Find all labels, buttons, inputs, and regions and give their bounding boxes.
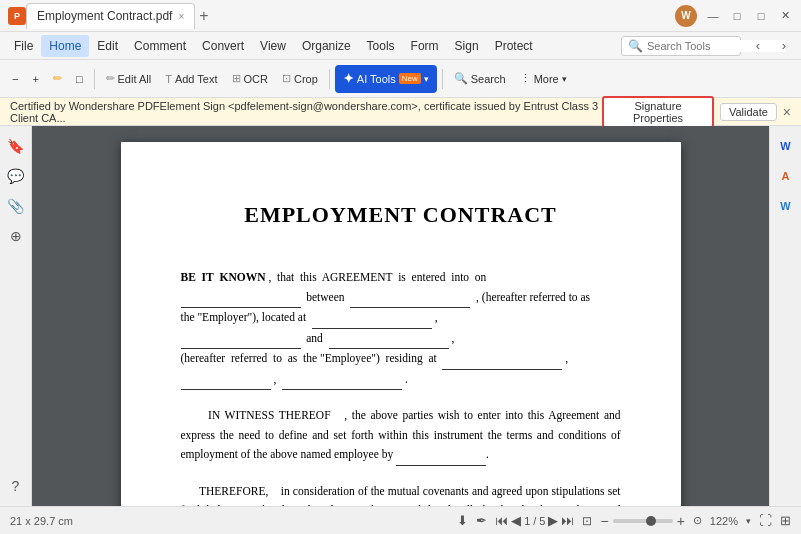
crop-button[interactable]: ⊡ Crop bbox=[276, 65, 324, 93]
pdf-paragraph-3: THEREFORE, in consideration of the mutua… bbox=[181, 482, 621, 506]
sign-icon: ✒ bbox=[476, 513, 487, 528]
blank-residence bbox=[442, 349, 562, 370]
status-bar: 21 x 29.7 cm ⬇ ✒ ⏮ ◀ 1 / 5 ▶ ⏭ ⊡ − + ⊙ 1… bbox=[0, 506, 801, 534]
menu-comment[interactable]: Comment bbox=[126, 35, 194, 57]
download-icon: ⬇ bbox=[457, 513, 468, 528]
zoom-dropdown[interactable]: ▾ bbox=[746, 516, 751, 526]
shapes-button[interactable]: □ bbox=[70, 65, 89, 93]
edit-all-button[interactable]: ✏ Edit All bbox=[100, 65, 158, 93]
document-tab[interactable]: Employment Contract.pdf × bbox=[26, 3, 195, 29]
menu-home[interactable]: Home bbox=[41, 35, 89, 57]
blank-date bbox=[181, 288, 301, 309]
sidebar-help-icon[interactable]: ? bbox=[4, 474, 28, 498]
maximize-button[interactable]: □ bbox=[753, 8, 769, 24]
search-label: Search bbox=[471, 73, 506, 85]
search-button[interactable]: 🔍 Search bbox=[448, 65, 512, 93]
search-toolbar-icon: 🔍 bbox=[454, 72, 468, 85]
nav-back-button[interactable]: ‹ bbox=[747, 35, 769, 57]
close-button[interactable]: ✕ bbox=[777, 8, 793, 24]
right-sidebar-icon-3[interactable]: W bbox=[774, 194, 798, 218]
menu-tools[interactable]: Tools bbox=[359, 35, 403, 57]
pdf-paragraph-1: BE IT KNOWN , that this AGREEMENT is ent… bbox=[181, 268, 621, 390]
sidebar-bookmark-icon[interactable]: 🔖 bbox=[4, 134, 28, 158]
sidebar-attachment-icon[interactable]: 📎 bbox=[4, 194, 28, 218]
edit-all-icon: ✏ bbox=[106, 72, 115, 85]
fullscreen-button[interactable]: ⛶ bbox=[759, 513, 772, 528]
search-box[interactable]: 🔍 bbox=[621, 36, 741, 56]
validate-button[interactable]: Validate bbox=[720, 103, 777, 121]
edit-all-label: Edit All bbox=[118, 73, 152, 85]
prev-page-button[interactable]: ◀ bbox=[511, 513, 521, 528]
menu-form[interactable]: Form bbox=[403, 35, 447, 57]
current-page: 1 bbox=[524, 515, 530, 527]
next-page-button[interactable]: ▶ bbox=[548, 513, 558, 528]
separator-2 bbox=[329, 69, 330, 89]
nav-forward-button[interactable]: › bbox=[773, 35, 795, 57]
menu-bar: File Home Edit Comment Convert View Orga… bbox=[0, 32, 801, 60]
signature-properties-button[interactable]: Signature Properties bbox=[602, 96, 714, 128]
menu-convert[interactable]: Convert bbox=[194, 35, 252, 57]
ai-tools-badge: New bbox=[399, 73, 421, 84]
sidebar-layers-icon[interactable]: ⊕ bbox=[4, 224, 28, 248]
user-avatar[interactable]: W bbox=[675, 5, 697, 27]
pdf-document-title: EMPLOYMENT CONTRACT bbox=[181, 202, 621, 228]
notification-text: Certified by Wondershare PDFElement Sign… bbox=[10, 100, 602, 124]
blank-employee-name bbox=[396, 445, 486, 466]
menu-edit[interactable]: Edit bbox=[89, 35, 126, 57]
zoom-reset-icon: ⊙ bbox=[693, 514, 702, 527]
add-text-icon: T bbox=[165, 73, 172, 85]
page-separator: / bbox=[533, 515, 536, 527]
ocr-icon: ⊞ bbox=[232, 72, 241, 85]
main-area: 🔖 💬 📎 ⊕ ? EMPLOYMENT CONTRACT BE IT KNOW… bbox=[0, 126, 801, 506]
ai-tools-icon: ✦ bbox=[343, 71, 354, 86]
menu-protect[interactable]: Protect bbox=[487, 35, 541, 57]
zoom-minus-icon[interactable]: − bbox=[600, 513, 608, 529]
menu-file[interactable]: File bbox=[6, 35, 41, 57]
zoom-slider[interactable] bbox=[613, 519, 673, 523]
menu-sign[interactable]: Sign bbox=[447, 35, 487, 57]
zoom-in-button[interactable]: + bbox=[26, 65, 44, 93]
crop-label: Crop bbox=[294, 73, 318, 85]
notification-close-button[interactable]: × bbox=[783, 104, 791, 120]
window-controls: W — □ □ ✕ bbox=[675, 5, 793, 27]
zoom-thumb bbox=[646, 516, 656, 526]
new-tab-button[interactable]: + bbox=[199, 7, 208, 25]
tab-label: Employment Contract.pdf bbox=[37, 9, 172, 23]
search-icon: 🔍 bbox=[628, 39, 643, 53]
zoom-control: − + bbox=[600, 513, 684, 529]
minimize-button[interactable]: — bbox=[705, 8, 721, 24]
more-button[interactable]: ⋮ More ▾ bbox=[514, 65, 573, 93]
blank-location2 bbox=[181, 329, 301, 350]
ai-tools-button[interactable]: ✦ AI Tools New ▾ bbox=[335, 65, 437, 93]
menu-view[interactable]: View bbox=[252, 35, 294, 57]
blank-location bbox=[312, 308, 432, 329]
pdf-viewer[interactable]: EMPLOYMENT CONTRACT BE IT KNOWN , that t… bbox=[32, 126, 769, 506]
add-text-button[interactable]: T Add Text bbox=[159, 65, 223, 93]
fit-page-icon: ⊡ bbox=[582, 514, 592, 528]
tab-close-button[interactable]: × bbox=[178, 11, 184, 22]
layout-button[interactable]: ⊞ bbox=[780, 513, 791, 528]
ocr-label: OCR bbox=[244, 73, 268, 85]
pdf-body: BE IT KNOWN , that this AGREEMENT is ent… bbox=[181, 268, 621, 506]
right-sidebar-icon-1[interactable]: W bbox=[774, 134, 798, 158]
ocr-button[interactable]: ⊞ OCR bbox=[226, 65, 274, 93]
first-page-button[interactable]: ⏮ bbox=[495, 513, 508, 528]
more-chevron: ▾ bbox=[562, 74, 567, 84]
right-sidebar-icon-2[interactable]: A bbox=[774, 164, 798, 188]
restore-button[interactable]: □ bbox=[729, 8, 745, 24]
add-text-label: Add Text bbox=[175, 73, 218, 85]
zoom-plus-icon[interactable]: + bbox=[677, 513, 685, 529]
pdf-paragraph-2: IN WITNESS THEREOF , the above parties w… bbox=[181, 406, 621, 466]
last-page-button[interactable]: ⏭ bbox=[561, 513, 574, 528]
highlight-button[interactable]: ✏ bbox=[47, 65, 68, 93]
zoom-in-icon: + bbox=[32, 73, 38, 85]
more-label: More bbox=[534, 73, 559, 85]
title-bar: P Employment Contract.pdf × + W — □ □ ✕ bbox=[0, 0, 801, 32]
zoom-out-button[interactable]: − bbox=[6, 65, 24, 93]
app-icon: P bbox=[8, 7, 26, 25]
sidebar-comment-icon[interactable]: 💬 bbox=[4, 164, 28, 188]
toolbar: − + ✏ □ ✏ Edit All T Add Text ⊞ OCR ⊡ Cr… bbox=[0, 60, 801, 98]
menu-organize[interactable]: Organize bbox=[294, 35, 359, 57]
blank-employee bbox=[329, 329, 449, 350]
blank-extra2 bbox=[282, 370, 402, 391]
